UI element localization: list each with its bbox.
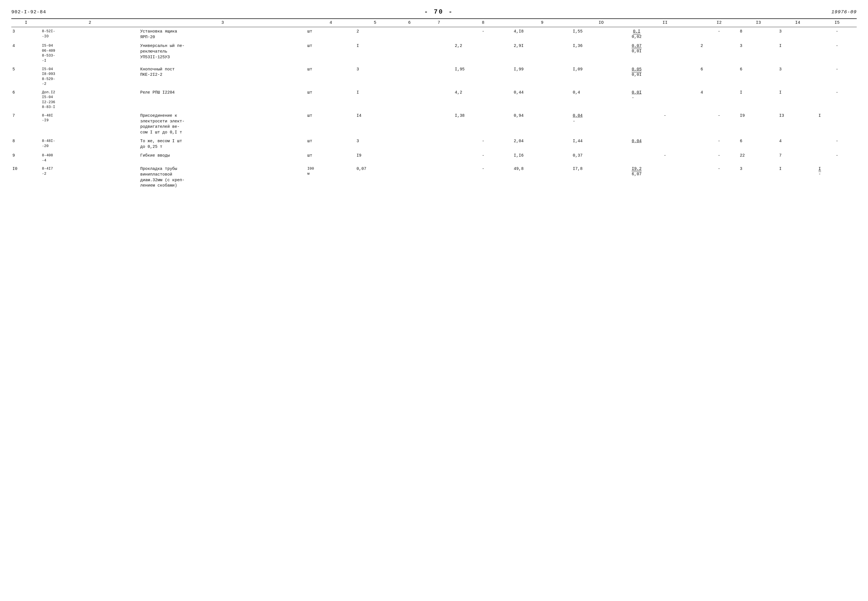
cell-row10-col10: I7,8 [572,165,631,190]
cell-row10-col14: I [778,165,818,190]
cell-row10-col9: 49,8 [513,165,572,190]
cell-row7-col9: 0,94 [513,111,572,137]
cell-row9-col2: 8-408-4 [41,151,139,165]
cell-row5-col6 [395,65,424,88]
cell-row8-col1: 8 [11,137,41,151]
cell-row9-col13: 22 [739,151,778,165]
cell-row4-col12: 2 [700,41,739,65]
cell-row3-col2: 8-52I--IO [41,27,139,42]
cell-row6-col13: I [739,88,778,111]
col-header-13: I3 [739,19,778,27]
cell-row5-col4: шт [306,65,355,88]
cell-row7-col6 [395,111,424,137]
cell-row8-col4: шт [306,137,355,151]
cell-row8-col2: 8-48I--20 [41,137,139,151]
table-row: 9 8-408-4 Гибкие вводы шт I9 - I,I6 0,37… [11,151,857,165]
cell-row3-col3: Установка ящикаЯРП-20 [139,27,306,42]
cell-row4-col7 [424,41,453,65]
cell-row9-col10: 0,37 [572,151,631,165]
table-row: I0 8-4I7-2 Прокладка трубывинипластовойд… [11,165,857,190]
cell-row8-col15: - [818,137,857,151]
cell-row7-col3: Присоединение кэлектросети элект-родвига… [139,111,306,137]
fraction-row3-col11: 0,I 0,02 [632,29,642,39]
cell-row3-col1: 3 [11,27,41,42]
cell-row4-col2: I5-0406-4098-533--I [41,41,139,65]
cell-row5-col15: - [818,65,857,88]
cell-row6-col5: I [355,88,395,111]
col-header-5: 5 [355,19,395,27]
cell-row9-col5: I9 [355,151,395,165]
cell-row5-col5: 3 [355,65,395,88]
cell-row7-col1: 7 [11,111,41,137]
cell-row9-col3: Гибкие вводы [139,151,306,165]
col-header-6: 6 [395,19,424,27]
col-header-7: 7 [424,19,453,27]
cell-row9-col11: - [630,151,699,165]
cell-row3-col9: 4,I8 [513,27,572,42]
cell-row8-col6 [395,137,424,151]
cell-row4-col13: 3 [739,41,778,65]
cell-row5-col10: I,09 [572,65,631,88]
cell-row4-col10: I,36 [572,41,631,65]
cell-row6-col12: 4 [700,88,739,111]
cell-row9-col9: I,I6 [513,151,572,165]
cell-row5-col14: 3 [778,65,818,88]
cell-row3-col8: - [454,27,513,42]
cell-row7-col7 [424,111,453,137]
cell-row6-col11: 0,0I - [630,88,699,111]
cell-row5-col13: 6 [739,65,778,88]
col-header-4: 4 [306,19,355,27]
cell-row9-col12: - [700,151,739,165]
cell-row3-col10: I,55 [572,27,631,42]
cell-row6-col3: Реле РПШ I2204 [139,88,306,111]
cell-row6-col15: - [818,88,857,111]
cell-row7-col14: I3 [778,111,818,137]
cell-row5-col2: I5-04I8-0938-529--2 [41,65,139,88]
cell-row3-col6 [395,27,424,42]
fraction-row10-col15: I - [819,167,821,177]
cell-row3-col7 [424,27,453,42]
cell-row10-col1: I0 [11,165,41,190]
fraction-row5-col11: 0,05 0,0I [632,67,642,77]
fraction-row4-col11: 0,07 0,0I [632,44,642,54]
cell-row3-col13: 8 [739,27,778,42]
col-header-12: I2 [700,19,739,27]
cell-row7-col11: - [630,111,699,137]
col-header-10: IO [572,19,631,27]
cell-row4-col15: - [818,41,857,65]
cell-row8-col7 [424,137,453,151]
col-header-8: 8 [454,19,513,27]
page-header: 902-I-92-84 - 70 - 19976-09 [11,9,857,15]
cell-row6-col6 [395,88,424,111]
page-number: - 70 - [424,9,453,15]
cell-row3-col14: 3 [778,27,818,42]
cell-row6-col7 [424,88,453,111]
cell-row7-col15: I [818,111,857,137]
cell-row7-col4: шт [306,111,355,137]
cell-row7-col2: 8-48I-I9 [41,111,139,137]
cell-row10-col3: Прокладка трубывинипластовойдиам.32мм (с… [139,165,306,190]
cell-row7-col10: 0,04 - [572,111,631,137]
cell-row4-col8: 2,2 [454,41,513,65]
cell-row8-col8: - [454,137,513,151]
cell-row9-col4: шт [306,151,355,165]
cell-row7-col12: - [700,111,739,137]
cell-row10-col15: I - [818,165,857,190]
cell-row9-col6 [395,151,424,165]
table-row: 5 I5-04I8-0938-529--2 Кнопочный постПКЕ-… [11,65,857,88]
col-header-14: I4 [778,19,818,27]
cell-row8-col10: I,44 [572,137,631,151]
cell-row8-col11: 0,04 [630,137,699,151]
doc-code: 19976-09 [831,9,857,15]
cell-row3-col4: шт [306,27,355,42]
cell-row6-col10: 0,4 [572,88,631,111]
cell-row6-col14: I [778,88,818,111]
col-header-9: 9 [513,19,572,27]
cell-row10-col13: 3 [739,165,778,190]
cell-row3-col5: 2 [355,27,395,42]
cell-row4-col1: 4 [11,41,41,65]
table-row: 6 Доп.I2I5-04I2-2368-83-I Реле РПШ I2204… [11,88,857,111]
cell-row10-col12: - [700,165,739,190]
cell-row5-col11: 0,05 0,0I [630,65,699,88]
cell-row8-col14: 4 [778,137,818,151]
